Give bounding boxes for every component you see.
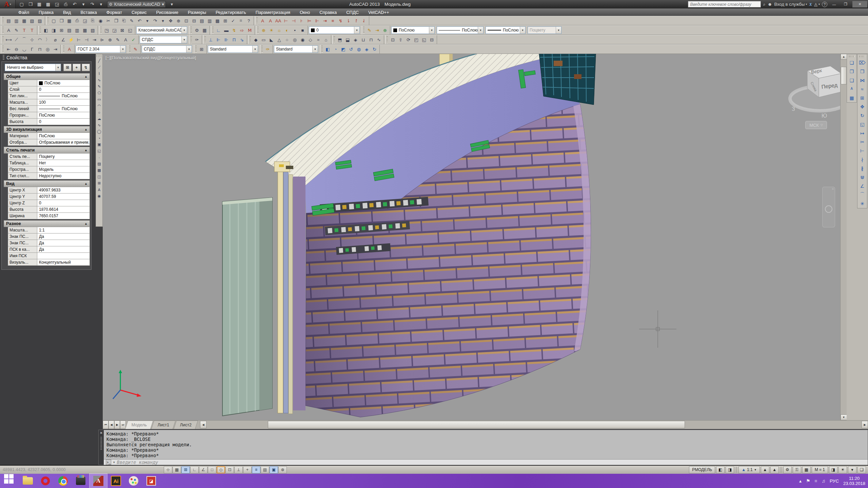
- layer-prev-icon[interactable]: ▦: [20, 17, 28, 25]
- mleader-style-btn-icon[interactable]: ✑: [264, 45, 272, 53]
- lightbulb-icon[interactable]: ☀: [839, 466, 847, 473]
- solid-box-icon[interactable]: ▭: [260, 36, 268, 44]
- horizontal-scrollbar[interactable]: ◀▶: [200, 421, 868, 429]
- property-value[interactable]: 49097.9633: [37, 187, 90, 193]
- table-style-btn-icon[interactable]: ⊞: [198, 45, 205, 53]
- status-menu-icon[interactable]: ▾: [848, 466, 856, 473]
- property-value[interactable]: Да: [37, 240, 90, 246]
- polyline3d-icon[interactable]: ∿: [96, 77, 102, 83]
- layer-match-icon[interactable]: ▥: [13, 17, 20, 25]
- section-header[interactable]: Вид▲: [4, 180, 90, 187]
- dim-leader-icon[interactable]: ⇥: [91, 36, 98, 44]
- spds-c-icon[interactable]: ⊪: [222, 36, 230, 44]
- layer-properties-icon[interactable]: ▤: [5, 17, 13, 25]
- erase-icon[interactable]: ⌦: [858, 58, 867, 67]
- ortho-toggle[interactable]: ∟: [190, 466, 199, 473]
- command-grip[interactable]: [100, 437, 102, 450]
- property-row[interactable]: Ширина7650.0157: [8, 213, 90, 219]
- vertical-scrollbar[interactable]: ▲ ▼: [840, 54, 847, 420]
- edit-circle-icon[interactable]: ◎: [44, 45, 52, 53]
- scrollbar-thumb[interactable]: [268, 421, 685, 428]
- toolbar-grip[interactable]: [2, 17, 4, 24]
- toolbar-grip[interactable]: [2, 36, 4, 43]
- toolbar-grip[interactable]: [2, 46, 4, 53]
- viewport-join-icon[interactable]: ⊞: [58, 26, 65, 34]
- text-aa-icon[interactable]: AA: [274, 17, 282, 25]
- property-value[interactable]: Концептуальный: [37, 259, 90, 265]
- toolbar-grip[interactable]: [334, 36, 335, 43]
- transmit-icon[interactable]: ◉: [97, 17, 104, 25]
- text-icon[interactable]: A: [96, 186, 102, 193]
- undo-dropdown-icon[interactable]: ▾: [79, 1, 87, 8]
- scroll-down-icon[interactable]: ▼: [841, 414, 847, 420]
- point-icon[interactable]: ·: [96, 154, 102, 161]
- polygon-icon[interactable]: ⬠: [96, 90, 102, 96]
- property-value[interactable]: 1870.6614: [37, 206, 90, 212]
- join-icon[interactable]: ⋓: [858, 173, 867, 182]
- property-row[interactable]: Масшта...100: [8, 99, 90, 106]
- toolbar-grip[interactable]: [129, 46, 131, 53]
- menu-Вставка[interactable]: Вставка: [76, 8, 101, 16]
- property-value[interactable]: [37, 253, 90, 259]
- dim-style-a-icon[interactable]: ⊣: [290, 17, 298, 25]
- property-value[interactable]: 40707.59: [37, 194, 90, 200]
- property-value[interactable]: Поцвету: [37, 154, 90, 160]
- property-row[interactable]: Центр Z0: [8, 200, 90, 206]
- properties-icon[interactable]: ▤: [198, 17, 206, 25]
- spds-e-icon[interactable]: ⇘: [238, 36, 246, 44]
- property-row[interactable]: Визуаль...Концептуальный: [8, 259, 90, 266]
- sheet-b-icon[interactable]: ▦: [81, 26, 89, 34]
- layer-freeze-vp-icon[interactable]: ◐: [283, 26, 291, 34]
- chevron-down-icon[interactable]: ▼: [478, 27, 483, 34]
- orbit-cw-icon[interactable]: ↻: [371, 45, 378, 53]
- menu-Вид[interactable]: Вид: [58, 8, 76, 16]
- gradient-icon[interactable]: ▩: [96, 167, 102, 174]
- redo-arrow-icon[interactable]: ▾: [159, 17, 167, 25]
- workspace-gear-icon[interactable]: ⚙: [783, 466, 792, 473]
- chevron-down-icon[interactable]: ▼: [186, 46, 192, 53]
- dim-quick-icon[interactable]: ⚡: [67, 36, 75, 44]
- dim-assoc-icon[interactable]: ▦: [847, 94, 856, 102]
- new-file-icon[interactable]: ▢: [18, 1, 26, 8]
- menu-Справка[interactable]: Справка: [315, 8, 341, 16]
- view-a-icon[interactable]: ◰: [412, 36, 420, 44]
- grid-toggle[interactable]: ⊞: [181, 466, 190, 473]
- edit-ellipse-icon[interactable]: ⊖: [13, 45, 20, 53]
- view-orbit-icon[interactable]: ⟳: [405, 36, 412, 44]
- ellipse-arc-icon[interactable]: ◔: [96, 135, 102, 141]
- command-input[interactable]: Введите команду: [117, 460, 158, 465]
- autocad-app[interactable]: A: [90, 474, 107, 488]
- property-value[interactable]: Нет: [37, 160, 90, 166]
- chevron-down-icon[interactable]: ▼: [252, 46, 258, 53]
- vp-lock-icon[interactable]: ◲: [111, 26, 118, 34]
- layer-states-icon[interactable]: ⊕: [260, 26, 268, 34]
- viewport-controls-label[interactable]: [−][Пользовательский вид][Концептуальный…: [105, 55, 196, 60]
- section-header[interactable]: Разное▲: [4, 220, 90, 227]
- collapse-icon[interactable]: ▲: [84, 148, 87, 152]
- start-button[interactable]: [0, 474, 19, 488]
- hardware-accel-icon[interactable]: ▦: [802, 466, 811, 473]
- xline-icon[interactable]: ⟋: [96, 64, 102, 70]
- layer-prev2-icon[interactable]: ⇥: [373, 26, 381, 34]
- clean-screen-icon[interactable]: ❏: [857, 466, 866, 473]
- copy-icon[interactable]: ❐: [112, 17, 120, 25]
- chevron-down-icon[interactable]: ▼: [181, 27, 187, 34]
- chamfer-icon[interactable]: ∠: [858, 182, 867, 190]
- property-row[interactable]: Тип лин...ПоСлою: [8, 93, 90, 99]
- solid-subtract-icon[interactable]: ⬓: [344, 36, 352, 44]
- dim-style-combo[interactable]: СПДС▼: [140, 36, 187, 43]
- select-objects-icon[interactable]: ⌖: [73, 64, 81, 71]
- solid-pyramid-icon[interactable]: ◇: [307, 36, 314, 44]
- ruler-icon[interactable]: ▬: [222, 26, 230, 34]
- layout-sheet-icon[interactable]: ◨: [726, 466, 734, 473]
- dim-text-edit-icon[interactable]: A: [122, 36, 130, 44]
- layer-settings-icon[interactable]: ▨: [36, 17, 44, 25]
- solid-wedge-icon[interactable]: ◣: [268, 36, 275, 44]
- array-icon[interactable]: ⊞: [858, 94, 867, 102]
- arc-icon[interactable]: ◠: [96, 103, 102, 109]
- property-value[interactable]: Да: [37, 233, 90, 240]
- layer-on-icon[interactable]: ☀: [268, 26, 275, 34]
- break-icon[interactable]: ∦: [858, 164, 867, 173]
- dim-arrow-icon[interactable]: ⇥: [321, 17, 329, 25]
- property-value[interactable]: ПоСлою: [37, 106, 90, 112]
